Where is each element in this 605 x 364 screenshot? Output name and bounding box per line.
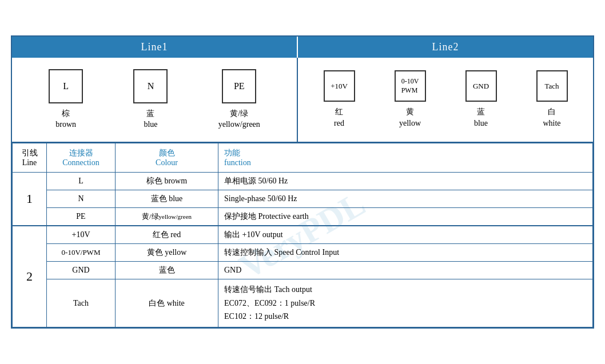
connector-PWM: 0-10VPWM 黄yellow (395, 70, 426, 129)
connector-box-Tach: Tach (536, 70, 568, 102)
diagram-line1: L 棕brown N 蓝blue PE 黄/绿yellow/green (12, 58, 298, 142)
connector-PE: PE 黄/绿yellow/green (218, 69, 260, 130)
connector-box-N: N (133, 69, 168, 103)
connector-box-PWM: 0-10VPWM (395, 70, 426, 102)
diagram-line2: +10V 红red 0-10VPWM 黄yellow GND 蓝blue Tac… (298, 58, 593, 142)
table-header-row: 引线Line 连接器Connection 颜色Colour 功能function (13, 143, 593, 172)
line-num-1: 1 (13, 172, 47, 226)
header-row: Line1 Line2 (12, 37, 593, 58)
conn-PWM: 0-10V/PWM (47, 243, 116, 261)
color-Tach: 白色 white (116, 279, 218, 327)
main-container: Line1 Line2 L 棕brown N 蓝blue PE 黄/绿yello… (11, 35, 594, 329)
conn-GND: GND (47, 261, 116, 279)
table-row: GND 蓝色 GND (13, 261, 593, 279)
connector-box-PE: PE (222, 69, 256, 103)
color-10V: 红色 red (116, 226, 218, 244)
table-row: PE 黄/绿yellow/green 保护接地 Protective earth (13, 207, 593, 226)
header-line2: Line2 (298, 37, 593, 58)
line-num-2: 2 (13, 226, 47, 327)
connector-Tach: Tach 白white (536, 70, 568, 129)
conn-PE: PE (47, 207, 116, 226)
func-Tach: 转速信号输出 Tach output EC072、EC092：1 pulse/R… (218, 279, 593, 327)
table-row: 2 +10V 红色 red 输出 +10V output (13, 226, 593, 244)
table-body: 1 L 棕色 browm 单相电源 50/60 Hz N 蓝色 blue Sin… (13, 172, 593, 327)
header-line1: Line1 (12, 37, 298, 58)
connector-box-10V: +10V (324, 70, 355, 102)
th-connection: 连接器Connection (47, 143, 116, 172)
connector-10V: +10V 红red (324, 70, 355, 129)
th-function: 功能function (218, 143, 593, 172)
th-colour: 颜色Colour (116, 143, 218, 172)
data-table: 引线Line 连接器Connection 颜色Colour 功能function (12, 143, 593, 327)
func-N: Single-phase 50/60 Hz (218, 190, 593, 207)
connector-GND: GND 蓝blue (465, 70, 497, 129)
connector-N: N 蓝blue (133, 69, 168, 130)
func-PWM: 转速控制输入 Speed Control Input (218, 243, 593, 261)
connector-box-GND: GND (465, 70, 497, 102)
conn-Tach: Tach (47, 279, 116, 327)
color-N: 蓝色 blue (116, 190, 218, 207)
table-row: Tach 白色 white 转速信号输出 Tach output EC072、E… (13, 279, 593, 327)
conn-10V: +10V (47, 226, 116, 244)
connector-label-L: 棕brown (55, 108, 76, 130)
connector-label-PWM: 黄yellow (399, 106, 421, 129)
func-PE: 保护接地 Protective earth (218, 207, 593, 226)
connector-L: L 棕brown (49, 69, 83, 130)
color-PWM: 黄色 yellow (116, 243, 218, 261)
color-L: 棕色 browm (116, 172, 218, 190)
table-row: N 蓝色 blue Single-phase 50/60 Hz (13, 190, 593, 207)
func-L: 单相电源 50/60 Hz (218, 172, 593, 190)
table-row: 0-10V/PWM 黄色 yellow 转速控制输入 Speed Control… (13, 243, 593, 261)
connector-label-PE: 黄/绿yellow/green (218, 108, 260, 130)
color-PE: 黄/绿yellow/green (116, 207, 218, 226)
connector-label-N: 蓝blue (144, 108, 157, 130)
connector-label-10V: 红red (334, 106, 344, 129)
conn-N: N (47, 190, 116, 207)
diagram-row: L 棕brown N 蓝blue PE 黄/绿yellow/green +10V… (12, 58, 593, 143)
color-GND: 蓝色 (116, 261, 218, 279)
table-section: VeryPDL 引线Line 连接器Connection 颜色Colour 功能… (12, 143, 593, 327)
table-row: 1 L 棕色 browm 单相电源 50/60 Hz (13, 172, 593, 190)
connector-box-L: L (49, 69, 83, 103)
connector-label-Tach: 白white (543, 106, 560, 129)
conn-L: L (47, 172, 116, 190)
func-10V: 输出 +10V output (218, 226, 593, 244)
func-GND: GND (218, 261, 593, 279)
connector-label-GND: 蓝blue (474, 106, 488, 129)
th-line: 引线Line (13, 143, 47, 172)
